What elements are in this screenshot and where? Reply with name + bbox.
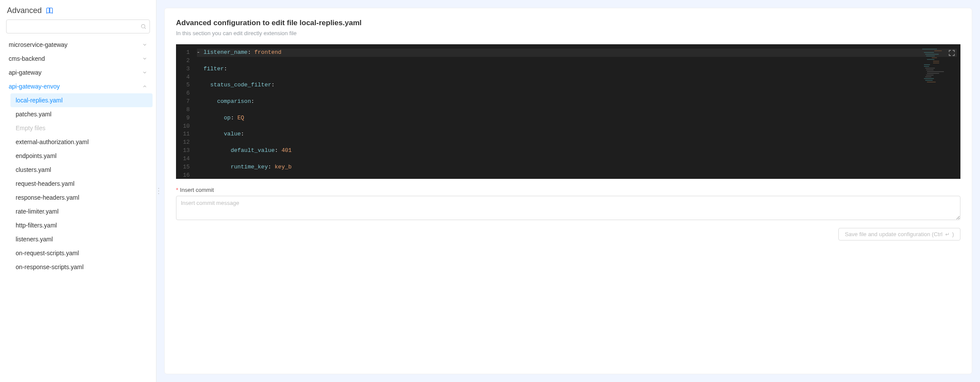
tree-group-microservice-gateway[interactable]: microservice-gateway (3, 38, 153, 52)
tree-item-rate-limiter[interactable]: rate-limiter.yaml (10, 204, 153, 218)
tree-group-label: microservice-gateway (9, 41, 67, 48)
page-title: Advanced configuration to edit file loca… (176, 19, 960, 27)
actions-bar: Save file and update configuration (Ctrl… (176, 228, 960, 240)
sidebar: Advanced microservice-gateway (0, 0, 156, 382)
tree-item-http-filters[interactable]: http-filters.yaml (10, 218, 153, 232)
commit-message-input[interactable] (176, 196, 960, 220)
chevron-down-icon (142, 70, 147, 75)
svg-point-0 (141, 24, 145, 28)
chevron-down-icon (142, 56, 147, 61)
search-input[interactable] (6, 20, 150, 33)
tree-group-children: local-replies.yaml patches.yaml Empty fi… (3, 93, 153, 274)
splitter-handle[interactable] (156, 0, 161, 382)
file-tree: microservice-gateway cms-backend api-gat… (0, 38, 156, 283)
tree-item-clusters[interactable]: clusters.yaml (10, 163, 153, 177)
tree-item-response-headers[interactable]: response-headers.yaml (10, 191, 153, 204)
editor-card: Advanced configuration to edit file loca… (164, 8, 972, 374)
save-button-label: Save file and update configuration (Ctrl (845, 231, 943, 237)
tree-item-listeners[interactable]: listeners.yaml (10, 232, 153, 246)
main: Advanced configuration to edit file loca… (161, 0, 980, 382)
tree-item-request-headers[interactable]: request-headers.yaml (10, 177, 153, 191)
tree-group-label: api-gateway (9, 69, 42, 76)
sidebar-title: Advanced (7, 6, 42, 15)
commit-label-text: Insert commit (180, 187, 214, 193)
tree-group-cms-backend[interactable]: cms-backend (3, 52, 153, 66)
tree-item-on-response-scripts[interactable]: on-response-scripts.yaml (10, 260, 153, 274)
required-indicator: * (176, 187, 178, 193)
tree-item-endpoints[interactable]: endpoints.yaml (10, 149, 153, 163)
tree-item-external-authorization[interactable]: external-authorization.yaml (10, 135, 153, 149)
editor-gutter: 1234567891011121314151617181920 (176, 44, 195, 179)
page-subtitle: In this section you can edit directly ex… (176, 30, 960, 36)
svg-point-2 (158, 191, 159, 191)
tree-item-local-replies[interactable]: local-replies.yaml (10, 93, 153, 107)
fullscreen-icon[interactable] (947, 48, 957, 58)
chevron-down-icon (142, 42, 147, 47)
tree-group-api-gateway[interactable]: api-gateway (3, 66, 153, 79)
sidebar-header: Advanced (0, 6, 156, 20)
editor-code[interactable]: - listener_name: frontend filter: status… (195, 44, 960, 179)
tree-item-on-request-scripts[interactable]: on-request-scripts.yaml (10, 246, 153, 260)
save-button[interactable]: Save file and update configuration (Ctrl… (838, 228, 960, 240)
save-button-tail: ) (952, 231, 954, 237)
tree-group-api-gateway-envoy[interactable]: api-gateway-envoy (3, 79, 153, 93)
svg-point-3 (158, 193, 159, 194)
enter-key-icon: ↵ (945, 231, 950, 237)
tree-item-empty-files: Empty files (10, 121, 153, 135)
docs-icon[interactable] (46, 7, 53, 14)
tree-group-label: api-gateway-envoy (9, 83, 60, 90)
search-icon (140, 23, 146, 30)
tree-group-label: cms-backend (9, 55, 45, 62)
commit-label: *Insert commit (176, 187, 960, 193)
sidebar-search (0, 20, 156, 38)
chevron-up-icon (142, 84, 147, 89)
code-editor[interactable]: 1234567891011121314151617181920 - listen… (176, 44, 960, 179)
tree-item-patches[interactable]: patches.yaml (10, 107, 153, 121)
svg-point-1 (158, 188, 159, 189)
